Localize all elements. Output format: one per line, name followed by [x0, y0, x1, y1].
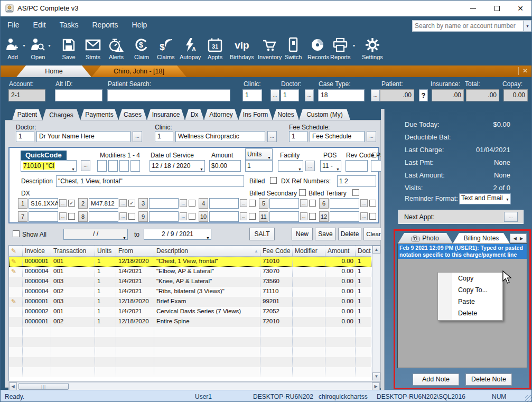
tab-patient-chiro-john[interactable]: Chiro, John - [18]: [91, 66, 186, 77]
dx-10-code-field[interactable]: [209, 211, 239, 222]
add-note-button[interactable]: Add Note: [413, 373, 459, 386]
dx-2-lookup-button[interactable]: ...: [119, 199, 127, 207]
toolbar-claim-button[interactable]: $Claim: [134, 36, 150, 60]
dx-12-lookup-button[interactable]: ...: [360, 212, 368, 220]
chevron-down-icon[interactable]: ▼: [352, 44, 356, 48]
toolbar-alerts-button[interactable]: !Alerts: [108, 36, 124, 60]
rev-code-field[interactable]: [346, 160, 368, 172]
save-button[interactable]: Save: [315, 228, 336, 240]
dx-9-code-field[interactable]: [149, 211, 179, 222]
dx-2-checkbox[interactable]: ✓: [128, 200, 135, 207]
tab-scroll-buttons[interactable]: ◀ ▶: [510, 233, 527, 243]
clinic-lookup-button[interactable]: ...: [270, 89, 279, 101]
toolbar-settings-button[interactable]: Settings: [362, 36, 383, 60]
table-row[interactable]: ✎000000400111/4/2021"Elbow, AP & Lateral…: [9, 267, 371, 277]
toolbar-reports-button[interactable]: Reports▼: [330, 36, 351, 60]
dx-12-checkbox[interactable]: [369, 213, 376, 220]
toolbar-open-button[interactable]: Open▼: [30, 36, 46, 60]
dx-7-checkbox[interactable]: [68, 213, 75, 220]
menu-edit[interactable]: Edit: [26, 16, 53, 29]
toolbar-save-button[interactable]: Save: [61, 36, 76, 60]
doctor-name-field[interactable]: Dr Your Name Here: [36, 131, 130, 142]
dx-8-checkbox[interactable]: [128, 213, 135, 220]
modifier-4-field[interactable]: [130, 160, 140, 172]
clinic-name-field[interactable]: Wellness Chiropractic: [175, 131, 265, 142]
note-entry-selected[interactable]: Feb 9 2021 12:09 PM (USER1): Typed or pa…: [398, 244, 527, 259]
dx-1-code-field[interactable]: S16.1XXA: [29, 198, 58, 209]
tab-home[interactable]: Home: [16, 66, 91, 77]
dx-3-checkbox[interactable]: [189, 200, 195, 207]
menu-reports[interactable]: Reports: [85, 16, 125, 29]
tab-insurance[interactable]: Insurance: [147, 109, 185, 120]
scrollbar-thumb[interactable]: |||: [18, 383, 69, 390]
arrow-left-icon[interactable]: ◀: [514, 236, 517, 241]
show-all-checkbox[interactable]: [13, 230, 20, 237]
dx-8-code-field[interactable]: [89, 211, 118, 222]
scroll-down-icon[interactable]: ▼: [372, 372, 380, 380]
tab-notes[interactable]: Notes: [273, 109, 299, 120]
toolbar-stmts-button[interactable]: Stmts: [85, 36, 101, 60]
context-menu-copy[interactable]: Copy: [438, 273, 502, 284]
doctor-field[interactable]: 1: [281, 89, 299, 101]
minimize-button[interactable]: [461, 1, 484, 16]
doctor-lookup-button[interactable]: ...: [305, 89, 314, 101]
doctor-number-field[interactable]: 1: [16, 131, 34, 142]
alt-id-field[interactable]: [55, 89, 102, 101]
grid-header-description[interactable]: Description▲: [154, 246, 260, 257]
grid-header-units[interactable]: Units: [95, 246, 116, 257]
clinic-field[interactable]: 1: [242, 89, 262, 101]
modifier-1-field[interactable]: [97, 160, 107, 172]
description-field[interactable]: "Chest, 1 View, frontal": [56, 175, 244, 187]
context-menu-copy-to-[interactable]: Copy To...: [438, 284, 502, 296]
billed-tertiary-checkbox[interactable]: [352, 189, 359, 196]
delete-note-button[interactable]: Delete Note: [465, 373, 512, 386]
doctor-lookup-button[interactable]: ...: [133, 131, 142, 142]
to-date-combo[interactable]: 2 / 9 / 2021 ▼: [144, 229, 211, 240]
case-type-field[interactable]: 18: [318, 89, 365, 101]
dx-4-checkbox[interactable]: [249, 200, 256, 207]
search-input[interactable]: [412, 20, 524, 32]
quickcode-lookup-button[interactable]: ...: [81, 160, 90, 171]
menu-tasks[interactable]: Tasks: [53, 16, 86, 29]
date-of-service-combo[interactable]: 12 / 18 / 2020 ▼: [150, 160, 205, 172]
dx-9-lookup-button[interactable]: ...: [180, 212, 187, 220]
quickcode-combo[interactable]: 71010 | "Cl ▼: [21, 160, 77, 172]
vertical-scrollbar[interactable]: ▲ ▼: [372, 246, 380, 381]
dx-ref-numbers-field[interactable]: 1 2: [337, 175, 376, 187]
units-header-button[interactable]: Units ▼: [245, 148, 273, 160]
dx-6-code-field[interactable]: [330, 198, 359, 209]
dx-9-checkbox[interactable]: [189, 213, 195, 220]
grid-header-transaction[interactable]: Transaction: [51, 246, 95, 257]
clinic-lookup-button[interactable]: ...: [267, 131, 277, 142]
grid-header-from[interactable]: From: [116, 246, 154, 257]
scroll-right-icon[interactable]: ▶: [372, 382, 380, 390]
dx-1-lookup-button[interactable]: ...: [59, 199, 67, 207]
toolbar-appts-button[interactable]: 31Appts: [208, 36, 222, 60]
billed-secondary-checkbox[interactable]: [299, 189, 306, 196]
panel-splitter[interactable]: [381, 109, 385, 390]
dx-5-code-field[interactable]: [269, 198, 299, 209]
menu-help[interactable]: Help: [125, 16, 154, 29]
dx-3-code-field[interactable]: [149, 198, 179, 209]
next-appt-lookup-button[interactable]: ...: [504, 212, 518, 222]
dx-7-code-field[interactable]: [29, 211, 58, 222]
tab-dx[interactable]: Dx: [185, 109, 204, 120]
salt-button[interactable]: SALT: [249, 228, 275, 240]
dx-4-lookup-button[interactable]: ...: [240, 199, 247, 207]
dx-1-checkbox[interactable]: ✓: [68, 200, 75, 207]
search-dropdown-icon[interactable]: ▾: [524, 20, 531, 32]
toolbar-autopay-button[interactable]: AAutopay: [180, 36, 201, 60]
table-row[interactable]: ✎0000001003112/18/2020Brief Exam992010.0…: [9, 297, 371, 307]
facility-combo[interactable]: ▼: [278, 160, 303, 172]
units-field[interactable]: 1: [245, 160, 273, 172]
tab-custom-my-[interactable]: Custom (My): [299, 109, 350, 120]
pos-combo[interactable]: 11 - ▼: [320, 160, 341, 172]
toolbar-switch-button[interactable]: Switch: [285, 36, 302, 60]
toolbar-add-button[interactable]: Add▼: [5, 36, 21, 60]
menu-file[interactable]: File: [1, 16, 26, 29]
dx-8-lookup-button[interactable]: ...: [119, 212, 127, 220]
tab-ins-form[interactable]: Ins Form: [238, 109, 273, 120]
chevron-down-icon[interactable]: ▼: [48, 44, 51, 48]
dx-5-checkbox[interactable]: [309, 200, 316, 207]
close-button[interactable]: ✕: [509, 1, 532, 16]
